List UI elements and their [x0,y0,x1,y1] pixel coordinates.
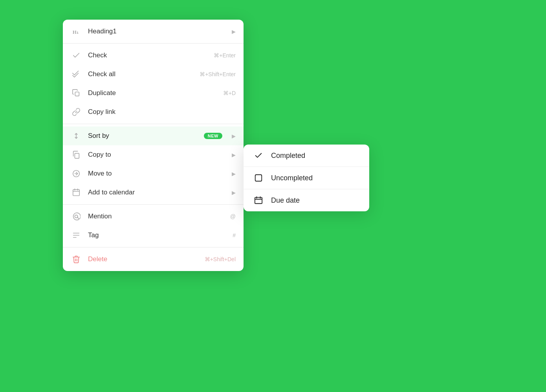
calendar-small-svg [254,196,263,205]
duplicate-svg [72,89,81,97]
menu-item-heading1[interactable]: H₁ Heading1 ▶ [63,22,244,41]
menu-item-check[interactable]: Check ⌘+Enter [63,46,244,65]
submenu-item-uncompleted-label: Uncompleted [271,174,313,182]
menu-item-delete-label: Delete [88,255,198,263]
svg-rect-1 [75,92,79,96]
calendar-arrow: ▶ [232,190,236,196]
delete-svg [72,255,81,264]
square-svg [254,174,263,182]
link-icon [71,106,82,117]
svg-rect-6 [73,190,80,196]
submenu-item-completed[interactable]: Completed [244,145,369,167]
duplicate-shortcut: ⌘+D [223,90,236,96]
tag-shortcut: # [233,232,236,238]
move-to-arrow: ▶ [232,171,236,177]
menu-item-add-to-calendar-label: Add to calendar [88,189,222,196]
menu-item-copy-to[interactable]: Copy to ▶ [63,145,244,164]
menu-section-check: Check ⌘+Enter Check all ⌘+Shift+Enter [63,43,244,124]
delete-shortcut: ⌘+Shift+Del [205,256,236,262]
menu-item-move-to[interactable]: Move to ▶ [63,164,244,183]
link-svg [72,108,81,116]
heading1-icon: H₁ [71,26,82,37]
submenu-item-completed-label: Completed [271,152,305,160]
heading1-svg: H₁ [72,27,81,36]
sort-svg [72,132,81,140]
context-menu-container: H₁ Heading1 ▶ Check ⌘+Enter [63,20,244,271]
delete-icon [71,254,82,265]
menu-item-tag-label: Tag [88,231,226,239]
menu-item-sort-by-label: Sort by [88,132,196,140]
copy-to-icon [71,149,82,160]
check-all-icon [71,69,82,80]
svg-rect-3 [75,153,79,158]
square-icon [253,172,264,183]
sort-icon [71,130,82,141]
menu-item-check-label: Check [88,51,207,59]
menu-item-add-to-calendar[interactable]: Add to calendar ▶ [63,183,244,202]
mention-icon [71,211,82,222]
check-svg [72,51,81,60]
menu-item-duplicate-label: Duplicate [88,89,217,97]
menu-item-heading1-label: Heading1 [88,27,222,35]
submenu-item-due-date-label: Due date [271,196,300,205]
checkmark-svg [254,151,263,160]
menu-item-mention[interactable]: Mention @ [63,207,244,226]
submenu-item-uncompleted[interactable]: Uncompleted [244,167,369,189]
svg-text:H₁: H₁ [73,29,79,35]
menu-item-tag[interactable]: Tag # [63,226,244,245]
check-icon [71,50,82,61]
menu-item-mention-label: Mention [88,212,224,220]
checkmark-icon [253,150,264,161]
copy-to-svg [72,150,81,159]
calendar-small-icon [253,195,264,206]
menu-section-mention: Mention @ Tag # [63,204,244,247]
menu-item-duplicate[interactable]: Duplicate ⌘+D [63,84,244,103]
context-menu: H₁ Heading1 ▶ Check ⌘+Enter [63,20,244,271]
check-shortcut: ⌘+Enter [214,52,236,59]
sort-submenu: Completed Uncompleted Due date [244,145,369,211]
check-all-shortcut: ⌘+Shift+Enter [200,71,236,77]
calendar-icon [71,187,82,198]
move-to-svg [72,169,81,178]
mention-shortcut: @ [230,213,236,220]
menu-item-copy-to-label: Copy to [88,151,222,159]
new-badge: NEW [204,133,222,139]
heading1-arrow: ▶ [232,29,236,35]
duplicate-icon [71,88,82,99]
menu-section-delete: Delete ⌘+Shift+Del [63,247,244,271]
menu-item-move-to-label: Move to [88,170,222,178]
menu-item-copy-link[interactable]: Copy link [63,103,244,121]
mention-svg [72,212,81,221]
menu-section-sort: Sort by NEW ▶ Copy to ▶ [63,124,244,204]
calendar-svg [72,188,81,197]
tag-svg [72,231,81,240]
menu-section-heading: H₁ Heading1 ▶ [63,20,244,43]
svg-rect-15 [255,198,262,204]
check-all-svg [72,70,81,79]
move-to-icon [71,168,82,179]
menu-item-copy-link-label: Copy link [88,108,236,116]
copy-to-arrow: ▶ [232,152,236,158]
menu-item-delete[interactable]: Delete ⌘+Shift+Del [63,250,244,269]
tag-icon [71,230,82,241]
svg-point-10 [75,215,77,218]
sort-by-arrow: ▶ [232,133,236,139]
menu-item-check-all-label: Check all [88,70,193,78]
svg-rect-14 [255,175,262,181]
submenu-item-due-date[interactable]: Due date [244,189,369,211]
menu-item-check-all[interactable]: Check all ⌘+Shift+Enter [63,65,244,84]
menu-item-sort-by[interactable]: Sort by NEW ▶ [63,126,244,145]
